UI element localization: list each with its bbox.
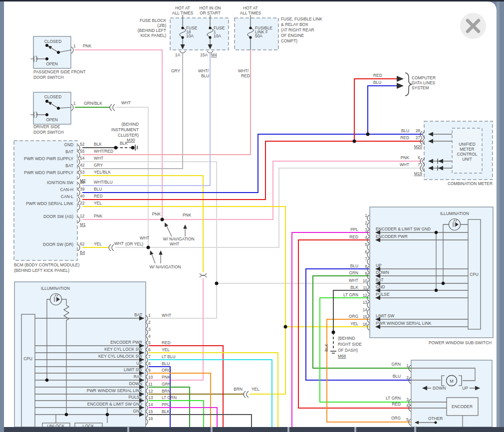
- pin-number: 3: [148, 327, 151, 332]
- box-label: FUSE BLOCK: [140, 18, 166, 23]
- signal-label: PWR WDO SERIAL LINK: [26, 201, 73, 206]
- pin-number: 6: [418, 155, 420, 160]
- wire-color-label: BRN: [162, 389, 171, 394]
- label: UNIT: [462, 157, 472, 162]
- motor-label: M: [450, 379, 454, 384]
- fuse-label: 10A: [186, 33, 194, 38]
- label: CONTROL: [457, 152, 478, 157]
- open-label: OPEN: [46, 61, 58, 66]
- pin-number: 11: [148, 382, 153, 387]
- pin-number: 22: [80, 201, 85, 206]
- pin-number: 10: [148, 375, 153, 380]
- wire-color-label: RED: [241, 73, 250, 78]
- wire-color-label: YEL: [162, 347, 170, 352]
- pin-number: 12: [80, 214, 85, 218]
- wire-color-label: BLK: [162, 409, 170, 414]
- signal-label: ENCODER & LIMIT SW GND: [87, 402, 142, 407]
- pin-number: 2: [148, 320, 151, 325]
- pin-number: 1: [365, 213, 367, 218]
- wire-color-label: YEL: [94, 241, 102, 246]
- location-label: CLUSTER): [118, 133, 139, 138]
- wire-color-label: BLU: [94, 187, 102, 192]
- connector-label: 1A: [175, 52, 181, 57]
- encoder-label: ENCODER: [452, 404, 473, 409]
- label: DATA LINES: [412, 80, 436, 85]
- pin-number: 7: [418, 162, 420, 167]
- signal-label: DOWN: [129, 381, 142, 386]
- pin-number: 42: [80, 163, 85, 168]
- diagram-viewer-window: CLOSED OPEN 1 PNK PASSENGER SIDE FRONT D…: [0, 0, 504, 432]
- pin-number: 7: [365, 256, 367, 261]
- pin-number: 6: [148, 347, 151, 352]
- hot-label: HOT AT: [175, 5, 190, 10]
- connector-id: M1: [80, 222, 86, 227]
- wire-color-label: WHT/RED: [94, 149, 113, 154]
- signal-label: CAN-H: [60, 187, 73, 192]
- signal-label: UP: [136, 361, 142, 366]
- pin-number: 2: [406, 375, 409, 380]
- connector-id: M19: [414, 171, 423, 176]
- hot-label: HOT AT: [243, 5, 257, 10]
- wire-color-label: RED: [400, 135, 409, 140]
- pin-number: 14: [363, 307, 368, 312]
- closed-label: CLOSED: [44, 94, 61, 99]
- pin-number: 4: [365, 235, 367, 240]
- wire-color-label: PNK: [83, 43, 92, 48]
- signal-label: ENCODER & LIMIT SW GND: [376, 226, 431, 231]
- pin-number: 3: [406, 397, 409, 402]
- wire-color-label: PPL: [162, 402, 170, 407]
- wire-color-label: PNK: [401, 155, 410, 160]
- signal-label: UP: [376, 263, 382, 268]
- wire-color-label: RED: [162, 340, 171, 345]
- wire-color-label: WHT: [162, 313, 171, 318]
- pin-number: 53: [80, 170, 85, 175]
- wire-color-label: BLU: [162, 361, 170, 366]
- pin-number: 38: [80, 180, 85, 185]
- signal-label: LIMIT SW: [124, 367, 142, 372]
- pin-number: 5: [148, 340, 151, 345]
- down-label: DOWN: [433, 386, 446, 391]
- wire-color-label: WHT: [170, 241, 179, 246]
- wire-color-label: GRY: [171, 68, 180, 73]
- signal-label: ENCODER PWR: [376, 234, 408, 239]
- pin-number: 1: [148, 313, 151, 318]
- connector-id: M20: [414, 144, 423, 149]
- wire-color-label: WHT: [121, 100, 131, 105]
- signal-label: KEY CYL LOCK SW: [104, 347, 142, 352]
- wire-color-label: BLU: [401, 128, 409, 133]
- fuse-label: 50A: [255, 33, 262, 38]
- pin-number: 11: [363, 285, 367, 290]
- pin-number: 15: [148, 409, 153, 414]
- close-button[interactable]: [460, 13, 486, 39]
- pin-number: 27: [416, 135, 421, 140]
- signal-label: PULSE: [129, 395, 143, 400]
- pin-number: 12: [148, 389, 153, 394]
- signal-label: BAT: [65, 163, 73, 168]
- wire-color-label: GRN: [162, 382, 171, 387]
- label: UNIFIED: [459, 142, 476, 147]
- pin-number: 39: [80, 187, 85, 192]
- box-label: & RELAY BOX: [281, 22, 308, 27]
- connector-id: M4: [211, 52, 217, 57]
- pin-number: 14: [148, 402, 153, 407]
- pin-number: 9: [148, 368, 151, 373]
- wire-color-label: ORG: [391, 416, 401, 421]
- box-label: KICK PANEL): [140, 33, 166, 38]
- wire-color-label: PPL: [350, 227, 358, 232]
- caption: DOOR SWITCH: [33, 75, 63, 80]
- cpu-label: CPU: [23, 356, 32, 361]
- other-label: OTHER: [428, 416, 443, 421]
- pin-number: 8: [148, 361, 151, 366]
- pin-number: 62: [80, 241, 85, 246]
- cpu-label: CPU: [470, 272, 479, 277]
- label: COMPUTER: [412, 75, 436, 80]
- box-label: FUSE, FUSIBLE LINK: [281, 16, 322, 21]
- pin-number: 9: [365, 271, 367, 276]
- wire-color-label: BLK: [324, 344, 329, 352]
- pin-number: 13: [148, 395, 153, 400]
- caption: DRIVER SIDE: [33, 124, 60, 129]
- wire-color-label: YEL: [350, 321, 358, 326]
- pin-number: 15: [363, 314, 368, 319]
- pin-number: 13: [363, 300, 368, 305]
- fuse-label: 10A: [214, 33, 221, 38]
